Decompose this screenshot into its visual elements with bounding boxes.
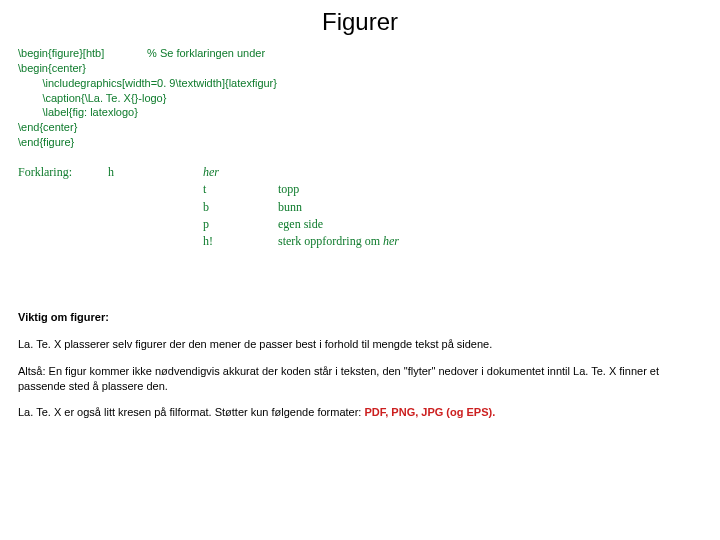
explain-value: egen side — [278, 216, 702, 233]
supported-formats: PDF, PNG, JPG (og EPS). — [364, 406, 495, 418]
explain-value: topp — [278, 181, 702, 198]
explain-item: h! — [203, 233, 278, 250]
explain-label: Forklaring: — [18, 164, 108, 181]
paragraph: La. Te. X plasserer selv figurer der den… — [18, 337, 702, 352]
code-line: \end{figure} — [18, 135, 702, 150]
code-line: \begin{figure}[htb] — [18, 47, 104, 59]
code-comment: % Se forklaringen under — [147, 47, 265, 59]
explain-key: h — [108, 164, 203, 181]
explain-value — [278, 164, 702, 181]
explain-item: her — [203, 165, 219, 179]
code-line: \label{fig: latexlogo} — [18, 105, 702, 120]
code-line: \caption{\La. Te. X{}-logo} — [18, 91, 702, 106]
page-title: Figurer — [18, 8, 702, 36]
explain-value: bunn — [278, 199, 702, 216]
latex-code-block: \begin{figure}[htb] % Se forklaringen un… — [18, 46, 702, 150]
explain-item: p — [203, 216, 278, 233]
code-line: \includegraphics[width=0. 9\textwidth]{l… — [18, 76, 702, 91]
code-line: \end{center} — [18, 120, 702, 135]
paragraph: La. Te. X er også litt kresen på filform… — [18, 405, 702, 420]
explain-value: sterk oppfordring om — [278, 234, 383, 248]
paragraph: Altså: En figur kommer ikke nødvendigvis… — [18, 364, 702, 394]
explanation-table: Forklaring: h her t topp b bunn p egen s… — [18, 164, 702, 251]
explain-item: t — [203, 181, 278, 198]
explain-italic: her — [383, 234, 399, 248]
code-line: \begin{center} — [18, 61, 702, 76]
explain-item: b — [203, 199, 278, 216]
section-heading: Viktig om figurer: — [18, 311, 702, 323]
